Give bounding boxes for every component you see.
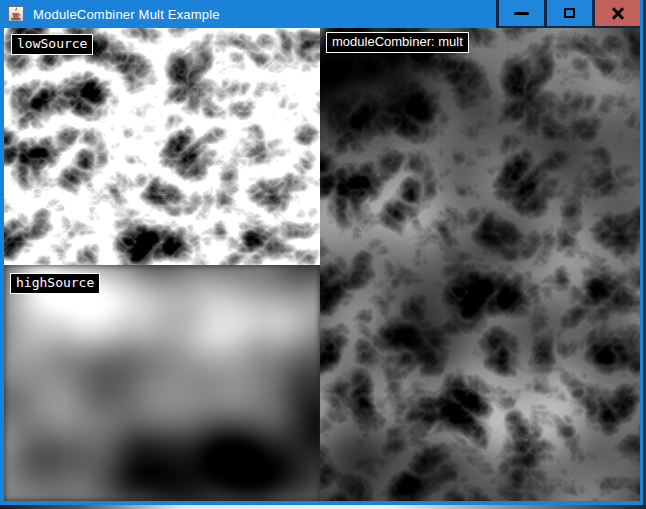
module-combiner-mult-label: moduleCombiner: mult [326,32,469,53]
desktop-background-strip [0,505,646,509]
close-button[interactable] [595,0,640,26]
close-x-icon [611,7,625,20]
window-controls [496,0,640,28]
maximize-button[interactable] [547,0,592,26]
panel-high-source: highSource [4,265,320,501]
maximize-square-icon [564,8,575,18]
low-source-label: lowSource [11,34,93,55]
window-title: ModuleCombiner Mult Example [33,7,220,22]
panel-module-combiner-mult: moduleCombiner: mult [320,28,640,501]
render-area: lowSource highSource [4,28,640,501]
java-coffee-cup-icon [8,6,24,22]
high-source-label: highSource [10,273,100,294]
panel-low-source: lowSource [4,28,320,265]
minimize-button[interactable] [499,0,544,26]
app-window: ModuleCombiner Mult Example [0,0,643,505]
low-source-noise-image [4,28,320,265]
titlebar[interactable]: ModuleCombiner Mult Example [0,0,643,28]
mult-result-noise-image [320,28,640,501]
minimize-dash-icon [514,12,529,15]
high-source-noise-image [4,265,320,501]
